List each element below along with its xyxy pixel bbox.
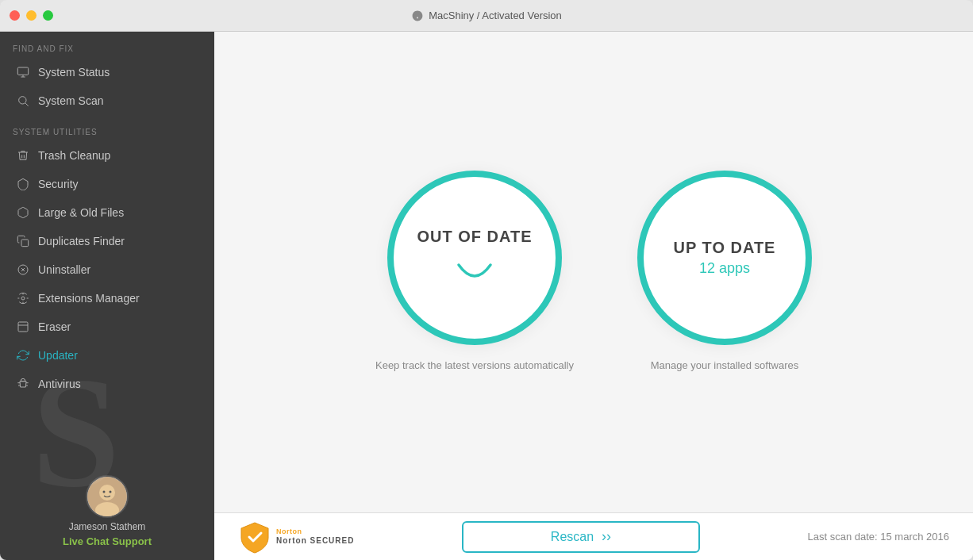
sidebar-item-extensions-manager[interactable]: Extensions Manager xyxy=(3,284,211,313)
sidebar-item-duplicates-finder[interactable]: Duplicates Finder xyxy=(3,227,211,255)
sidebar-user-section: Jameson Stathem Live Chat Support xyxy=(0,462,214,560)
up-to-date-ring: UP TO DATE 12 apps xyxy=(637,171,812,345)
sidebar-item-system-status[interactable]: System Status xyxy=(3,58,211,86)
content-main: OUT OF DATE Keep track the latest versio… xyxy=(214,32,973,512)
app-logo-icon xyxy=(411,10,424,22)
sidebar-label-large-old-files: Large & Old Files xyxy=(38,206,124,219)
window-controls[interactable] xyxy=(10,10,53,21)
svg-point-10 xyxy=(21,297,25,300)
main-layout: S FIND AND FIX System Status xyxy=(0,32,973,560)
sidebar-item-trash-cleanup[interactable]: Trash Cleanup xyxy=(3,141,211,170)
sidebar-item-large-old-files[interactable]: Large & Old Files xyxy=(3,198,211,227)
app-title: MacShiny / Activated Version xyxy=(411,10,562,22)
rescan-arrow-icon: ›› xyxy=(602,528,611,545)
svg-point-4 xyxy=(19,97,26,104)
shield-icon xyxy=(16,177,30,191)
refresh-icon xyxy=(16,348,30,362)
trash-icon xyxy=(16,148,30,163)
rescan-label: Rescan xyxy=(551,530,594,544)
monitor-icon xyxy=(16,65,30,79)
sidebar-label-updater: Updater xyxy=(38,349,78,362)
svg-rect-6 xyxy=(21,240,29,247)
sidebar-label-duplicates-finder: Duplicates Finder xyxy=(38,235,125,247)
out-of-date-title: OUT OF DATE xyxy=(417,228,532,246)
sidebar-label-antivirus: Antivirus xyxy=(38,378,81,390)
maximize-button[interactable] xyxy=(43,10,53,21)
copy-icon xyxy=(16,234,30,248)
norton-secured-label: Norton SECURED xyxy=(276,536,354,546)
avatar-image xyxy=(87,477,127,516)
minimize-button[interactable] xyxy=(26,10,37,21)
svg-rect-15 xyxy=(18,322,28,332)
sidebar-label-uninstaller: Uninstaller xyxy=(38,263,90,276)
up-to-date-title: UP TO DATE xyxy=(674,239,776,257)
out-of-date-card: OUT OF DATE Keep track the latest versio… xyxy=(375,171,574,374)
rescan-button[interactable]: Rescan ›› xyxy=(462,521,700,553)
uninstall-icon xyxy=(16,263,30,277)
svg-point-24 xyxy=(103,491,106,493)
up-to-date-description: Manage your installed softwares xyxy=(651,358,798,374)
out-of-date-description: Keep track the latest versions automatic… xyxy=(375,358,574,374)
svg-line-5 xyxy=(25,103,29,106)
close-button[interactable] xyxy=(10,10,20,21)
sidebar-label-trash-cleanup: Trash Cleanup xyxy=(38,149,110,162)
section-label-system-utilities: SYSTEM UTILITIES xyxy=(0,115,214,141)
sidebar-item-security[interactable]: Security xyxy=(3,170,211,198)
svg-point-22 xyxy=(99,485,115,501)
footer: Norton Norton SECURED Rescan ›› Last sca… xyxy=(214,512,973,560)
content-area: OUT OF DATE Keep track the latest versio… xyxy=(214,32,973,560)
extensions-icon xyxy=(16,291,30,305)
norton-text: Norton Norton SECURED xyxy=(276,527,354,546)
norton-badge: Norton Norton SECURED xyxy=(238,520,354,554)
norton-shield-icon xyxy=(238,520,271,554)
norton-brand: Norton xyxy=(276,527,354,536)
avatar xyxy=(86,475,129,518)
sidebar-item-antivirus[interactable]: Antivirus xyxy=(3,370,211,398)
sidebar-item-updater[interactable]: Updater xyxy=(3,341,211,370)
section-label-find-fix: FIND AND FIX xyxy=(0,32,214,58)
sidebar: S FIND AND FIX System Status xyxy=(0,32,214,560)
svg-point-25 xyxy=(110,491,112,493)
smile-icon xyxy=(451,257,498,289)
eraser-icon xyxy=(16,320,30,334)
sidebar-label-system-status: System Status xyxy=(38,66,110,79)
sidebar-item-uninstaller[interactable]: Uninstaller xyxy=(3,255,211,284)
files-icon xyxy=(16,205,30,220)
live-chat-link[interactable]: Live Chat Support xyxy=(63,535,152,547)
sidebar-label-security: Security xyxy=(38,178,79,190)
sidebar-item-eraser[interactable]: Eraser xyxy=(3,313,211,341)
title-bar: MacShiny / Activated Version xyxy=(0,0,973,32)
sidebar-label-extensions-manager: Extensions Manager xyxy=(38,292,140,305)
up-to-date-count: 12 apps xyxy=(699,260,750,277)
sidebar-label-system-scan: System Scan xyxy=(38,94,103,107)
sidebar-label-eraser: Eraser xyxy=(38,320,71,333)
bug-icon xyxy=(16,377,30,391)
sidebar-item-system-scan[interactable]: System Scan xyxy=(3,86,211,115)
svg-rect-1 xyxy=(17,67,28,75)
app-title-text: MacShiny / Activated Version xyxy=(429,10,562,21)
out-of-date-ring: OUT OF DATE xyxy=(387,171,562,345)
last-scan-date: Last scan date: 15 march 2016 xyxy=(807,531,949,543)
user-name: Jameson Stathem xyxy=(69,521,146,532)
search-icon xyxy=(16,94,30,108)
up-to-date-card: UP TO DATE 12 apps Manage your installed… xyxy=(637,171,812,374)
